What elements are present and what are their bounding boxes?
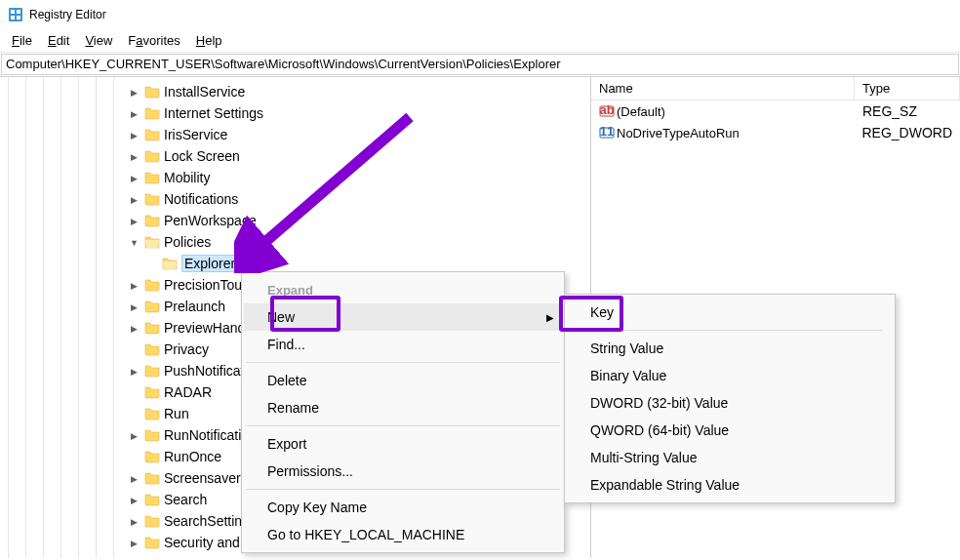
menu-item-expandable-string-value[interactable]: Expandable String Value xyxy=(567,471,893,499)
tree-item-irisservice[interactable]: ▶IrisService xyxy=(0,124,590,145)
menu-item-new[interactable]: New▶ xyxy=(244,303,562,331)
menu-separator xyxy=(246,425,560,426)
expand-toggle-icon[interactable]: ▶ xyxy=(127,128,140,141)
value-name: NoDriveTypeAutoRun xyxy=(617,126,740,140)
list-header[interactable]: Name Type xyxy=(591,77,960,100)
expand-toggle-icon[interactable]: ▶ xyxy=(127,321,140,335)
expand-toggle-icon[interactable]: ▶ xyxy=(127,214,140,227)
menu-item-key[interactable]: Key xyxy=(567,299,893,326)
menu-separator xyxy=(246,362,560,363)
menu-view[interactable]: View xyxy=(77,31,120,50)
value-row[interactable]: ab(Default)REG_SZ xyxy=(591,100,960,122)
menu-separator xyxy=(246,489,560,490)
column-header-type[interactable]: Type xyxy=(855,77,960,100)
expand-toggle-icon[interactable]: ▶ xyxy=(127,278,140,292)
expand-toggle-icon xyxy=(127,407,140,420)
menu-favorites[interactable]: Favorites xyxy=(120,31,187,50)
expand-toggle-icon[interactable]: ▶ xyxy=(127,106,140,120)
expand-toggle-icon[interactable]: ▶ xyxy=(127,364,140,378)
menu-item-qword-64-bit-value[interactable]: QWORD (64-bit) Value xyxy=(567,417,893,444)
expand-toggle-icon[interactable]: ▶ xyxy=(127,536,140,549)
menu-item-delete[interactable]: Delete xyxy=(244,367,562,394)
expand-toggle-icon[interactable]: ▶ xyxy=(127,192,140,206)
value-name: (Default) xyxy=(617,104,665,119)
expand-toggle-icon[interactable]: ▶ xyxy=(127,471,140,485)
expand-toggle-icon xyxy=(127,385,140,399)
svg-text:0110: 0110 xyxy=(599,125,615,139)
column-header-name[interactable]: Name xyxy=(591,77,855,100)
expand-toggle-icon xyxy=(127,342,140,356)
tree-item-penworkspace[interactable]: ▶PenWorkspace xyxy=(0,210,590,231)
value-type: REG_DWORD xyxy=(854,124,960,141)
menu-item-permissions[interactable]: Permissions... xyxy=(244,458,562,485)
svg-rect-2 xyxy=(17,10,20,14)
menu-file[interactable]: File xyxy=(4,31,40,50)
svg-rect-1 xyxy=(11,10,15,14)
svg-rect-3 xyxy=(11,16,15,20)
expand-toggle-icon xyxy=(144,257,158,270)
menu-item-dword-32-bit-value[interactable]: DWORD (32-bit) Value xyxy=(567,389,893,417)
expand-toggle-icon[interactable]: ▶ xyxy=(127,85,140,99)
address-bar[interactable]: Computer\HKEY_CURRENT_USER\Software\Micr… xyxy=(1,54,959,75)
menu-item-go-to-hkey-local-machine[interactable]: Go to HKEY_LOCAL_MACHINE xyxy=(244,521,562,548)
tree-item-lock-screen[interactable]: ▶Lock Screen xyxy=(0,145,590,167)
context-submenu-new[interactable]: KeyString ValueBinary ValueDWORD (32-bit… xyxy=(564,294,896,503)
window-title: Registry Editor xyxy=(29,8,106,21)
tree-item-notifications[interactable]: ▶Notifications xyxy=(0,188,590,210)
expand-toggle-icon[interactable]: ▶ xyxy=(127,514,140,528)
submenu-arrow-icon: ▶ xyxy=(546,312,554,323)
menu-item-rename[interactable]: Rename xyxy=(244,394,562,421)
value-row[interactable]: 0110NoDriveTypeAutoRunREG_DWORD xyxy=(591,122,960,143)
menu-item-binary-value[interactable]: Binary Value xyxy=(567,362,893,389)
title-bar: Registry Editor xyxy=(0,0,960,29)
expand-toggle-icon[interactable]: ▶ xyxy=(127,171,140,184)
menu-separator xyxy=(577,330,883,331)
menu-help[interactable]: Help xyxy=(188,31,230,50)
menu-item-copy-key-name[interactable]: Copy Key Name xyxy=(244,494,562,521)
expand-toggle-icon xyxy=(127,450,140,463)
context-menu[interactable]: ExpandNew▶Find...DeleteRenameExportPermi… xyxy=(241,271,565,553)
menu-item-find[interactable]: Find... xyxy=(244,331,562,358)
svg-rect-4 xyxy=(17,16,20,20)
regedit-icon xyxy=(8,7,23,22)
menu-item-expand: Expand xyxy=(244,276,562,303)
svg-text:ab: ab xyxy=(599,103,614,117)
expand-toggle-icon[interactable]: ▶ xyxy=(127,493,140,506)
tree-item-policies[interactable]: ▼Policies xyxy=(0,231,590,253)
menu-bar: FileEditViewFavoritesHelp xyxy=(0,29,960,53)
tree-item-internet-settings[interactable]: ▶Internet Settings xyxy=(0,102,590,124)
expand-toggle-icon[interactable]: ▼ xyxy=(127,235,140,249)
menu-item-export[interactable]: Export xyxy=(244,430,562,458)
expand-toggle-icon[interactable]: ▶ xyxy=(127,300,140,313)
menu-edit[interactable]: Edit xyxy=(40,31,77,50)
expand-toggle-icon[interactable]: ▶ xyxy=(127,428,140,442)
menu-item-string-value[interactable]: String Value xyxy=(567,335,893,362)
expand-toggle-icon[interactable]: ▶ xyxy=(127,149,140,163)
value-type: REG_SZ xyxy=(855,102,960,120)
tree-item-installservice[interactable]: ▶InstallService xyxy=(0,81,590,102)
menu-item-multi-string-value[interactable]: Multi-String Value xyxy=(567,444,893,471)
tree-item-mobility[interactable]: ▶Mobility xyxy=(0,167,590,188)
